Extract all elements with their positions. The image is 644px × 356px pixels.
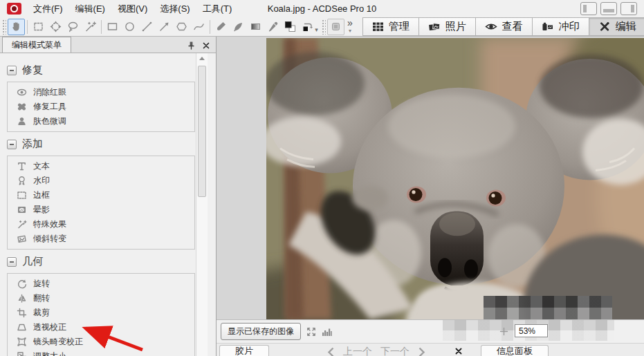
clone-brush-tool-button[interactable] <box>230 19 247 35</box>
viewer-bottom-toolbar: 显示已保存的图像 53% <box>217 320 644 343</box>
toolbar-overflow-button[interactable]: »▾ <box>344 19 356 35</box>
transform-move-tool-button[interactable] <box>47 19 64 35</box>
info-panel-tab[interactable]: 信息面板 <box>481 345 549 356</box>
toolbar-separator <box>27 20 28 34</box>
item-remove-red-eye[interactable]: 消除红眼 <box>12 85 190 100</box>
grid-icon <box>372 21 384 32</box>
mode-tab-view[interactable]: 查看 <box>475 17 532 36</box>
geometry-group: 旋转 翻转 裁剪 透视校正 <box>7 273 195 356</box>
draw-polygon-tool-button[interactable] <box>173 19 190 35</box>
item-vignette[interactable]: 晕影 <box>12 203 190 217</box>
item-repair-tool[interactable]: 修复工具 <box>12 100 190 114</box>
menu-bar: 文件(F) 编辑(E) 视图(V) 选择(S) 工具(T) Koala.jpg … <box>0 0 644 17</box>
resize-icon <box>17 351 27 356</box>
vignette-icon <box>17 205 27 215</box>
line-icon <box>140 20 154 33</box>
item-skin-tune[interactable]: 肤色微调 <box>12 114 190 129</box>
mode-tab-manage[interactable]: 管理 <box>362 17 418 36</box>
pan-hand-tool-button[interactable] <box>8 19 25 35</box>
pan-hand-icon <box>10 20 23 33</box>
item-watermark[interactable]: 水印 <box>12 174 190 188</box>
swap-colors-button[interactable]: ▾ <box>299 19 320 35</box>
eyedropper-tool-button[interactable] <box>264 19 282 35</box>
censored-watermark-mosaic <box>484 296 612 319</box>
eyedropper-icon <box>266 20 279 33</box>
selection-fill-button[interactable] <box>327 19 344 35</box>
menu-file[interactable]: 文件(F) <box>27 0 69 18</box>
item-tilt-shift[interactable]: 倾斜转变 <box>12 232 190 246</box>
item-border[interactable]: 边框 <box>12 188 190 203</box>
toolbar-grip[interactable] <box>2 19 6 35</box>
scrollbar-up-arrow[interactable] <box>196 53 208 64</box>
item-lens-distortion-correction[interactable]: 镜头畸变校正 <box>12 335 190 349</box>
item-perspective-correction[interactable]: 透视校正 <box>12 320 190 335</box>
scrollbar-thumb[interactable] <box>198 66 206 197</box>
magic-wand-tool-button[interactable] <box>82 19 99 35</box>
panel-tab-edit-mode-menu[interactable]: 编辑模式菜单 <box>2 37 71 53</box>
show-saved-image-button[interactable]: 显示已保存的图像 <box>221 323 301 340</box>
next-button[interactable]: 下一个 <box>380 346 410 356</box>
acdsee-logo-icon[interactable] <box>7 3 21 15</box>
rectangle-icon <box>106 20 119 33</box>
menu-edit[interactable]: 编辑(E) <box>69 0 111 18</box>
zoom-level-field[interactable]: 53% <box>515 324 548 337</box>
add-group: 文本 水印 边框 <box>7 156 195 250</box>
mode-tab-photos[interactable]: 照片 <box>418 17 475 36</box>
item-flip[interactable]: 翻转 <box>12 291 190 306</box>
paint-brush-icon <box>214 20 228 33</box>
item-special-effects[interactable]: 特殊效果 <box>12 217 190 232</box>
toggle-left-panel-button[interactable] <box>580 2 597 15</box>
curve-icon <box>192 20 205 33</box>
watermark-icon <box>17 176 27 186</box>
item-resize[interactable]: 调整大小 <box>12 349 190 356</box>
gradient-fill-icon <box>249 20 262 33</box>
koala-photo[interactable] <box>266 38 644 319</box>
next-chevron-icon[interactable] <box>418 347 425 356</box>
pin-icon[interactable] <box>187 41 196 50</box>
red-eye-icon <box>17 87 27 97</box>
polygon-icon <box>175 20 188 33</box>
menu-select[interactable]: 选择(S) <box>154 0 196 18</box>
section-add: 添加 <box>7 138 195 151</box>
marquee-select-tool-button[interactable] <box>30 19 47 35</box>
draw-ellipse-tool-button[interactable] <box>121 19 138 35</box>
color-swatches-button[interactable] <box>282 19 299 35</box>
mode-tab-edit[interactable]: 编辑 <box>589 17 644 36</box>
previous-chevron-icon[interactable] <box>327 347 335 356</box>
repair-group: 消除红眼 修复工具 肤色微调 <box>7 82 195 132</box>
draw-arrow-tool-button[interactable] <box>156 19 173 35</box>
menu-view[interactable]: 视图(V) <box>111 0 154 18</box>
mode-tab-develop[interactable]: 冲印 <box>532 17 589 36</box>
expand-arrows-icon <box>306 327 316 337</box>
gradient-fill-tool-button[interactable] <box>247 19 264 35</box>
plus-icon <box>499 327 508 336</box>
ellipse-icon <box>123 20 136 33</box>
collapse-repair-button[interactable] <box>7 66 17 75</box>
draw-line-tool-button[interactable] <box>138 19 156 35</box>
panel-scrollbar[interactable] <box>196 53 208 356</box>
zoom-in-button[interactable] <box>499 326 508 339</box>
close-panel-button[interactable] <box>454 346 463 356</box>
previous-button[interactable]: 上一个 <box>343 346 372 356</box>
toolbar-grip[interactable] <box>322 19 326 35</box>
lasso-select-icon <box>66 20 80 33</box>
menu-tools[interactable]: 工具(T) <box>196 0 239 18</box>
minimize-button[interactable] <box>600 2 617 15</box>
collapse-geometry-button[interactable] <box>7 257 17 267</box>
border-icon <box>17 190 27 200</box>
fit-image-button[interactable] <box>306 327 316 337</box>
eye-icon <box>485 21 497 32</box>
edit-icon <box>598 21 611 32</box>
panel-close-icon[interactable] <box>202 41 210 50</box>
item-crop[interactable]: 裁剪 <box>12 306 190 320</box>
item-text[interactable]: 文本 <box>12 159 190 174</box>
draw-curve-tool-button[interactable] <box>190 19 208 35</box>
item-rotate[interactable]: 旋转 <box>12 277 190 291</box>
histogram-button[interactable] <box>322 327 332 337</box>
toggle-right-panel-button[interactable] <box>620 2 637 15</box>
film-strip-tab[interactable]: 胶片 <box>219 345 269 356</box>
draw-rectangle-tool-button[interactable] <box>104 19 121 35</box>
paint-brush-tool-button[interactable] <box>212 19 230 35</box>
collapse-add-button[interactable] <box>7 140 17 149</box>
lasso-select-tool-button[interactable] <box>64 19 82 35</box>
